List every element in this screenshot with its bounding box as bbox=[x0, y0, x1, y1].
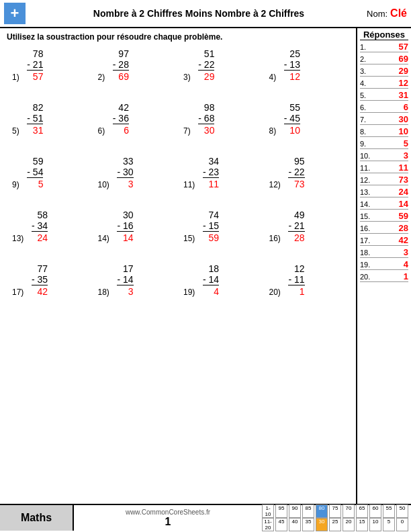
math-block: 49 - 21 28 bbox=[288, 210, 304, 243]
math-answer: 6 bbox=[113, 125, 129, 136]
answer-num: 5. bbox=[360, 91, 373, 99]
math-block: 30 - 16 14 bbox=[117, 210, 133, 243]
math-sub: - 13 bbox=[284, 59, 300, 71]
answer-row: 2. 69 bbox=[360, 54, 408, 64]
math-top: 55 bbox=[284, 102, 300, 113]
problem-item: 8) 55 - 45 10 bbox=[264, 99, 350, 153]
answer-num: 11. bbox=[360, 164, 373, 172]
math-answer: 42 bbox=[32, 286, 48, 297]
problem-item: 16) 49 - 21 28 bbox=[264, 207, 350, 261]
math-block: 55 - 45 10 bbox=[284, 102, 300, 136]
answer-val: 14 bbox=[373, 199, 408, 209]
score-cell: 20 bbox=[342, 518, 355, 531]
math-sub: - 21 bbox=[27, 59, 43, 71]
math-block: 25 - 13 12 bbox=[284, 48, 300, 82]
footer-url: www.CommonCoreSheets.fr bbox=[126, 508, 210, 516]
score-cell: 90 bbox=[289, 504, 301, 518]
score-cell: 30 bbox=[316, 518, 328, 531]
problem-number: 16) bbox=[269, 234, 281, 243]
answer-row: 16. 28 bbox=[360, 223, 408, 234]
footer-page: 1 bbox=[165, 516, 171, 528]
math-answer: 29 bbox=[198, 71, 214, 82]
math-top: 59 bbox=[27, 156, 43, 167]
answer-num: 16. bbox=[360, 224, 373, 232]
answer-val: 3 bbox=[373, 247, 408, 257]
math-top: 74 bbox=[203, 210, 219, 220]
answer-row: 17. 42 bbox=[360, 235, 408, 246]
answer-row: 13. 24 bbox=[360, 187, 408, 197]
math-top: 51 bbox=[198, 48, 214, 59]
problem-number: 15) bbox=[183, 234, 195, 243]
math-sub: - 23 bbox=[203, 167, 219, 178]
instruction: Utilisez la soustraction pour résoudre c… bbox=[7, 32, 349, 42]
math-block: 42 - 36 6 bbox=[113, 102, 129, 136]
math-block: 34 - 23 11 bbox=[203, 156, 219, 189]
math-answer: 1 bbox=[288, 286, 304, 297]
math-top: 34 bbox=[203, 156, 219, 167]
math-top: 98 bbox=[198, 102, 214, 113]
answer-val: 4 bbox=[373, 259, 408, 269]
answer-row: 5. 31 bbox=[360, 90, 408, 101]
answer-num: 20. bbox=[360, 273, 373, 281]
math-sub: - 22 bbox=[288, 167, 304, 178]
math-block: 95 - 22 73 bbox=[288, 156, 304, 189]
math-answer: 5 bbox=[27, 179, 43, 189]
answer-row: 3. 29 bbox=[360, 66, 408, 77]
problem-number: 20) bbox=[269, 287, 281, 297]
score-cell: 70 bbox=[342, 504, 355, 518]
math-block: 98 - 68 30 bbox=[198, 102, 214, 136]
answer-num: 2. bbox=[360, 55, 373, 63]
answer-num: 13. bbox=[360, 188, 373, 196]
math-sub: - 22 bbox=[198, 59, 214, 71]
math-sub: - 11 bbox=[288, 274, 304, 285]
answer-row: 9. 5 bbox=[360, 138, 408, 149]
math-block: 51 - 22 29 bbox=[198, 48, 214, 82]
problem-number: 18) bbox=[98, 287, 109, 297]
math-answer: 11 bbox=[203, 179, 219, 189]
math-block: 77 - 35 42 bbox=[32, 263, 48, 297]
answer-num: 15. bbox=[360, 212, 373, 220]
answer-val: 57 bbox=[373, 42, 408, 52]
problem-number: 8) bbox=[269, 126, 277, 136]
math-sub: - 54 bbox=[27, 167, 43, 178]
answer-num: 12. bbox=[360, 176, 373, 184]
answer-num: 18. bbox=[360, 249, 373, 257]
score-cell: 50 bbox=[396, 504, 408, 518]
math-answer: 59 bbox=[203, 232, 219, 243]
math-sub: - 15 bbox=[203, 220, 219, 232]
math-answer: 3 bbox=[117, 179, 133, 189]
math-sub: - 21 bbox=[288, 220, 304, 232]
problem-item: 6) 42 - 36 6 bbox=[93, 99, 179, 153]
answer-val: 59 bbox=[373, 211, 408, 221]
answer-num: 17. bbox=[360, 236, 373, 245]
math-top: 58 bbox=[32, 210, 48, 220]
answer-num: 8. bbox=[360, 128, 373, 136]
worksheet: Utilisez la soustraction pour résoudre c… bbox=[0, 28, 357, 504]
logo-icon: + bbox=[11, 6, 19, 21]
problem-number: 14) bbox=[98, 234, 109, 243]
score-cell: 15 bbox=[356, 518, 368, 531]
footer-middle: www.CommonCoreSheets.fr 1 bbox=[74, 505, 262, 531]
math-answer: 31 bbox=[27, 125, 43, 136]
cle-label: Clé bbox=[390, 7, 407, 19]
answer-row: 20. 1 bbox=[360, 271, 408, 282]
math-block: 74 - 15 59 bbox=[203, 210, 219, 243]
main-area: Utilisez la soustraction pour résoudre c… bbox=[0, 28, 411, 504]
math-sub: - 36 bbox=[113, 113, 129, 124]
math-block: 97 - 28 69 bbox=[113, 48, 129, 82]
answers-panel: Réponses 1. 57 2. 69 3. 29 4. 12 5. 31 6… bbox=[357, 28, 411, 504]
problem-item: 7) 98 - 68 30 bbox=[178, 99, 264, 153]
problem-item: 13) 58 - 34 24 bbox=[7, 207, 93, 261]
math-sub: - 35 bbox=[32, 274, 48, 285]
problems-grid: 1) 78 - 21 57 2) 97 - 28 69 3) 51 - 22 2… bbox=[7, 46, 349, 314]
problem-number: 10) bbox=[98, 180, 109, 189]
score-cell: 65 bbox=[356, 504, 368, 518]
answer-row: 12. 73 bbox=[360, 175, 408, 185]
answer-row: 1. 57 bbox=[360, 42, 408, 52]
problem-number: 17) bbox=[12, 287, 24, 297]
math-block: 18 - 14 4 bbox=[203, 263, 219, 297]
math-top: 30 bbox=[117, 210, 133, 220]
math-top: 49 bbox=[288, 210, 304, 220]
score-label: 11-20 bbox=[262, 518, 274, 531]
math-answer: 12 bbox=[284, 71, 300, 82]
